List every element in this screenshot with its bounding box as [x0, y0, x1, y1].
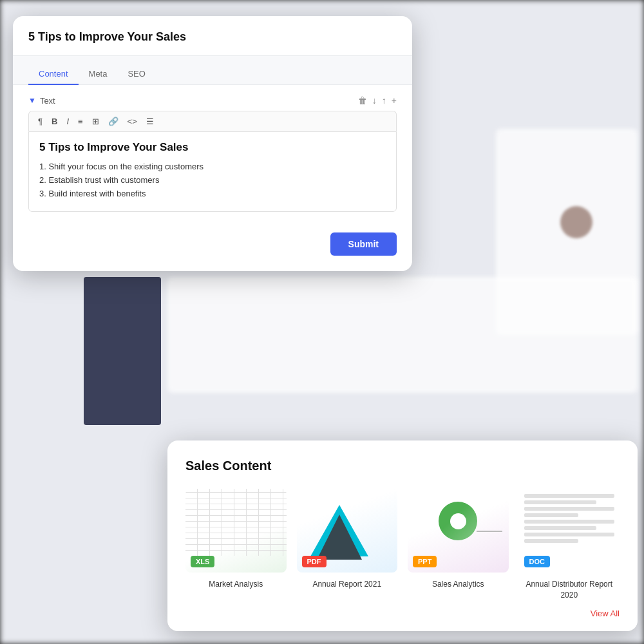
sales-card-title: Sales Content [185, 459, 620, 473]
doc-thumb-doc[interactable]: DOC [519, 489, 620, 573]
docs-grid: XLS Market Analysis PDF Annual Report 20… [185, 489, 620, 601]
toolbar-format[interactable]: ☰ [144, 115, 156, 128]
background-sidebar [84, 277, 161, 425]
text-block-label: Text [40, 96, 55, 106]
content-area[interactable]: 5 Tips to Improve Your Sales 1. Shift yo… [28, 131, 397, 212]
text-block-label-group: ▼ Text [28, 96, 55, 106]
delete-icon[interactable]: 🗑 [358, 95, 367, 106]
doc-thumb-pdf[interactable]: PDF [297, 489, 398, 573]
doc-line [524, 526, 596, 530]
pdf-triangle-dark [317, 515, 362, 560]
doc-lines [524, 494, 615, 545]
background-card-middle [167, 277, 638, 393]
tab-meta[interactable]: Meta [79, 64, 118, 85]
tab-content[interactable]: Content [28, 64, 79, 85]
toolbar-italic[interactable]: I [64, 115, 71, 128]
doc-line [524, 507, 615, 511]
toolbar-code[interactable]: <> [125, 115, 140, 128]
sales-card: Sales Content XLS Market Analysis PDF An… [167, 440, 638, 631]
doc-item-ppt: PPT Sales Analytics [408, 489, 509, 601]
doc-name-pdf: Annual Report 2021 [312, 579, 381, 590]
toolbar-bold[interactable]: B [49, 115, 60, 128]
doc-name-doc: Annual Distributor Report 2020 [519, 579, 620, 601]
badge-pdf: PDF [302, 556, 327, 567]
toolbar-link[interactable]: 🔗 [106, 115, 121, 128]
move-down-icon[interactable]: ↓ [372, 95, 377, 106]
doc-item-doc: DOC Annual Distributor Report 2020 [519, 489, 620, 601]
tabs-row: Content Meta SEO [13, 56, 412, 85]
toolbar-paragraph[interactable]: ¶ [35, 115, 45, 128]
doc-thumb-ppt[interactable]: PPT [408, 489, 509, 573]
doc-name-xls: Market Analysis [209, 579, 263, 590]
content-heading: 5 Tips to Improve Your Sales [39, 141, 386, 154]
doc-line [524, 500, 596, 504]
toolbar-table[interactable]: ⊞ [90, 115, 102, 128]
toolbar-list[interactable]: ≡ [75, 115, 86, 128]
doc-name-ppt: Sales Analytics [432, 579, 484, 590]
doc-line [524, 539, 578, 543]
list-item: 2. Establish trust with customers [39, 175, 386, 185]
ppt-line [477, 531, 502, 532]
doc-line [524, 494, 615, 498]
move-up-icon[interactable]: ↑ [382, 95, 386, 106]
doc-line [524, 513, 578, 517]
view-all-row: View All [185, 609, 620, 618]
text-block-header: ▼ Text 🗑 ↓ ↑ + [28, 95, 397, 106]
content-list: 1. Shift your focus on the existing cust… [39, 162, 386, 198]
doc-line [524, 520, 615, 524]
chevron-down-icon: ▼ [28, 96, 36, 105]
editor-title: 5 Tips to Improve Your Sales [13, 16, 412, 56]
editor-toolbar: ¶ B I ≡ ⊞ 🔗 <> ☰ [28, 111, 397, 131]
ppt-inner-circle [450, 513, 466, 529]
badge-ppt: PPT [413, 556, 437, 567]
text-block-actions: 🗑 ↓ ↑ + [358, 95, 397, 106]
submit-button[interactable]: Submit [330, 232, 397, 256]
ppt-circle [439, 502, 477, 540]
doc-thumb-xls[interactable]: XLS [185, 489, 287, 573]
view-all-link[interactable]: View All [591, 609, 620, 618]
doc-item-xls: XLS Market Analysis [185, 489, 287, 601]
badge-doc: DOC [524, 556, 550, 567]
list-item: 1. Shift your focus on the existing cust… [39, 162, 386, 171]
background-avatar [560, 206, 592, 238]
add-icon[interactable]: + [392, 95, 397, 106]
submit-row: Submit [13, 232, 412, 256]
editor-body: ▼ Text 🗑 ↓ ↑ + ¶ B I ≡ ⊞ 🔗 <> ☰ 5 Tips t… [13, 85, 412, 222]
pdf-shape [325, 502, 370, 560]
list-item: 3. Build interest with benefits [39, 189, 386, 198]
doc-item-pdf: PDF Annual Report 2021 [297, 489, 398, 601]
editor-card: 5 Tips to Improve Your Sales Content Met… [13, 16, 412, 271]
badge-xls: XLS [191, 556, 214, 567]
doc-line [524, 533, 615, 536]
tab-seo[interactable]: SEO [117, 64, 155, 85]
